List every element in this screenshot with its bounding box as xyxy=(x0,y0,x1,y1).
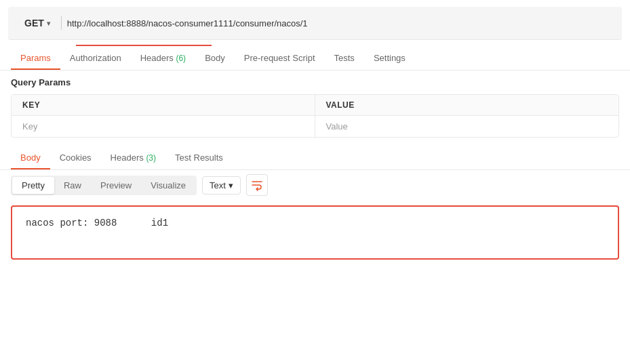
headers-badge: (6) xyxy=(176,54,186,63)
tab-cookies[interactable]: Cookies xyxy=(50,146,101,169)
params-table-header: KEY VALUE xyxy=(12,95,618,116)
wrap-icon[interactable] xyxy=(246,174,268,196)
query-params-title: Query Params xyxy=(0,70,630,94)
tab-pre-request[interactable]: Pre-request Script xyxy=(235,46,325,70)
url-bar: GET ▾ xyxy=(8,7,622,40)
format-preview[interactable]: Preview xyxy=(91,177,141,194)
method-label: GET xyxy=(24,18,44,28)
tab-params[interactable]: Params xyxy=(11,46,60,70)
format-pretty[interactable]: Pretty xyxy=(12,177,54,194)
tab-test-results[interactable]: Test Results xyxy=(165,146,233,169)
response-code: nacos port: 9088 id1 xyxy=(26,218,604,228)
text-label: Text xyxy=(210,180,226,190)
format-raw[interactable]: Raw xyxy=(54,177,91,194)
tab-headers[interactable]: Headers (6) xyxy=(131,46,195,70)
url-input[interactable] xyxy=(67,16,611,31)
bottom-tabs: Body Cookies Headers (3) Test Results xyxy=(0,146,630,170)
format-tab-group: Pretty Raw Preview Visualize xyxy=(11,176,197,195)
params-table-row: Key Value xyxy=(12,116,618,137)
format-toolbar: Pretty Raw Preview Visualize Text ▾ xyxy=(0,170,630,200)
method-select[interactable]: GET ▾ xyxy=(19,15,56,31)
format-visualize[interactable]: Visualize xyxy=(141,177,195,194)
col-value: VALUE xyxy=(315,95,619,115)
text-chevron: ▾ xyxy=(229,180,233,190)
method-chevron: ▾ xyxy=(47,20,50,27)
value-placeholder[interactable]: Value xyxy=(315,116,619,137)
params-table: KEY VALUE Key Value xyxy=(11,94,619,138)
tab-body-top[interactable]: Body xyxy=(195,46,235,70)
tab-body-bottom[interactable]: Body xyxy=(11,146,50,169)
tab-tests[interactable]: Tests xyxy=(325,46,364,70)
tab-settings[interactable]: Settings xyxy=(364,46,415,70)
col-key: KEY xyxy=(12,95,315,115)
tab-response-headers[interactable]: Headers (3) xyxy=(101,146,165,169)
key-placeholder[interactable]: Key xyxy=(12,116,315,137)
response-body: nacos port: 9088 id1 xyxy=(11,205,619,260)
response-section: Body Cookies Headers (3) Test Results Pr… xyxy=(0,146,630,260)
url-divider xyxy=(61,16,62,30)
response-headers-badge: (3) xyxy=(146,153,156,163)
tab-authorization[interactable]: Authorization xyxy=(60,46,131,70)
top-tabs: Params Authorization Headers (6) Body Pr… xyxy=(0,46,630,70)
text-dropdown[interactable]: Text ▾ xyxy=(202,176,241,195)
